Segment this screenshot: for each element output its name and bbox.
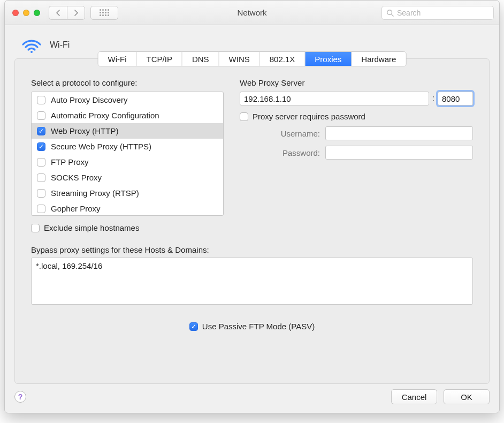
title-bar: Network Search [5, 1, 499, 25]
footer: ? Cancel OK [14, 389, 490, 404]
protocol-item-auto-config[interactable]: Automatic Proxy Configuration [32, 108, 223, 123]
checkbox[interactable] [37, 127, 45, 135]
protocol-item-socks[interactable]: SOCKS Proxy [32, 170, 223, 185]
server-heading: Web Proxy Server [240, 78, 473, 87]
checkbox[interactable] [37, 189, 45, 198]
close-button[interactable] [12, 10, 19, 16]
tab-proxies[interactable]: Proxies [305, 52, 352, 66]
protocol-label: SOCKS Proxy [51, 173, 102, 182]
minimize-button[interactable] [23, 10, 29, 16]
requires-password-label: Proxy server requires password [253, 112, 365, 121]
username-field[interactable] [325, 126, 473, 140]
protocol-label: Auto Proxy Discovery [51, 95, 127, 104]
requires-password-row: Proxy server requires password [240, 112, 473, 121]
tab-dns[interactable]: DNS [182, 52, 219, 66]
window-frame: Network Search Wi-Fi Wi-Fi TCP/IP DNS WI… [4, 0, 500, 413]
show-all-button[interactable] [90, 6, 118, 20]
pasv-label: Use Passive FTP Mode (PASV) [202, 322, 315, 331]
protocol-item-ftp[interactable]: FTP Proxy [32, 154, 223, 170]
forward-button[interactable] [67, 6, 85, 20]
proxy-port-field[interactable] [438, 92, 473, 105]
cancel-button[interactable]: Cancel [391, 389, 437, 404]
nav-buttons [49, 6, 85, 20]
bypass-heading: Bypass proxy settings for these Hosts & … [31, 245, 473, 254]
protocol-label: Secure Web Proxy (HTTPS) [51, 142, 151, 151]
proxies-pane: Select a protocol to configure: Auto Pro… [15, 59, 489, 383]
zoom-button[interactable] [34, 10, 40, 16]
password-field[interactable] [325, 146, 473, 160]
tab-hardware[interactable]: Hardware [352, 52, 406, 66]
tab-wifi[interactable]: Wi-Fi [98, 52, 137, 66]
header-label: Wi-Fi [50, 40, 70, 50]
search-placeholder: Search [397, 9, 421, 17]
tabs-bar: Wi-Fi TCP/IP DNS WINS 802.1X Proxies Har… [98, 51, 407, 66]
checkbox[interactable] [37, 142, 45, 151]
protocol-item-https[interactable]: Secure Web Proxy (HTTPS) [32, 139, 223, 154]
tab-wins[interactable]: WINS [219, 52, 260, 66]
ok-button[interactable]: OK [444, 389, 490, 404]
exclude-simple-checkbox[interactable] [31, 224, 40, 232]
grid-icon [100, 9, 109, 16]
protocol-heading: Select a protocol to configure: [31, 78, 224, 87]
exclude-simple-label: Exclude simple hostnames [44, 223, 139, 232]
checkbox[interactable] [37, 96, 45, 104]
chevron-right-icon [74, 10, 79, 16]
protocol-label: Automatic Proxy Configuration [51, 111, 159, 120]
pasv-checkbox[interactable] [189, 322, 198, 331]
checkbox[interactable] [37, 173, 45, 182]
username-label: Username: [256, 129, 320, 138]
tab-8021x[interactable]: 802.1X [260, 52, 306, 66]
proxy-host-field[interactable] [240, 92, 429, 105]
search-icon [386, 9, 394, 17]
checkbox[interactable] [37, 158, 45, 167]
svg-line-1 [392, 14, 394, 16]
content-frame: Wi-Fi TCP/IP DNS WINS 802.1X Proxies Har… [14, 58, 490, 384]
password-label: Password: [256, 148, 320, 157]
protocol-item-auto-discovery[interactable]: Auto Proxy Discovery [32, 92, 223, 108]
help-button[interactable]: ? [14, 391, 26, 403]
protocol-label: Streaming Proxy (RTSP) [51, 188, 139, 198]
tab-tcpip[interactable]: TCP/IP [137, 52, 182, 66]
protocol-label: Gopher Proxy [51, 204, 101, 213]
protocol-item-gopher[interactable]: Gopher Proxy [32, 201, 223, 216]
protocol-label: FTP Proxy [51, 157, 89, 167]
checkbox[interactable] [37, 111, 45, 120]
exclude-simple-row: Exclude simple hostnames [31, 223, 224, 232]
svg-point-2 [30, 51, 33, 53]
requires-password-checkbox[interactable] [240, 112, 248, 121]
traffic-lights [12, 10, 40, 16]
protocol-label: Web Proxy (HTTP) [51, 126, 118, 135]
back-button[interactable] [49, 6, 67, 20]
bypass-textarea[interactable]: *.local, 169.254/16 [31, 258, 473, 305]
protocol-list[interactable]: Auto Proxy Discovery Automatic Proxy Con… [31, 92, 224, 216]
wifi-icon [21, 37, 42, 53]
chevron-left-icon [56, 10, 60, 16]
host-port-separator: : [432, 94, 434, 103]
search-input[interactable]: Search [381, 6, 494, 20]
protocol-item-rtsp[interactable]: Streaming Proxy (RTSP) [32, 185, 223, 201]
pasv-row: Use Passive FTP Mode (PASV) [31, 322, 473, 331]
protocol-item-http[interactable]: Web Proxy (HTTP) [32, 123, 223, 139]
checkbox[interactable] [37, 205, 45, 213]
